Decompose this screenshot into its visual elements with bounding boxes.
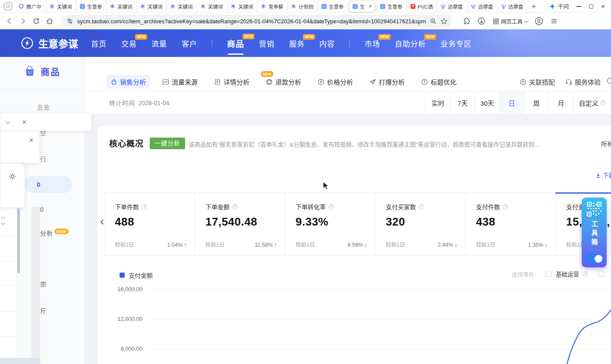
zoom-page-icon[interactable] <box>430 18 437 25</box>
brand-logo[interactable]: 生意参谋 <box>21 36 78 50</box>
browser-tab[interactable]: 竞争解 <box>257 0 287 13</box>
nav-item[interactable]: 商品 NEW <box>227 38 244 49</box>
analysis-tab[interactable]: 流量来源 <box>158 75 202 88</box>
date-range-button[interactable]: 周 <box>524 91 548 114</box>
assistant-button[interactable]: 千问 <box>549 2 569 10</box>
extensions-icon[interactable] <box>463 18 470 25</box>
nav-item[interactable]: 首页 <box>91 38 107 49</box>
browser-tab[interactable]: 达摩盘 <box>467 0 497 13</box>
browser-tab[interactable]: 关键词 <box>136 0 167 13</box>
help-icon[interactable] <box>142 204 147 210</box>
browser-tab[interactable]: 生 <box>349 1 375 12</box>
browser-tab[interactable]: 生意参 <box>376 0 406 13</box>
tab-close-icon[interactable] <box>368 3 372 9</box>
metric-card[interactable]: 下单件数 488 较前1日 1.04% <box>104 193 195 255</box>
date-range-button[interactable]: 7天 <box>450 91 475 114</box>
browser-tab[interactable]: 关键词 <box>167 0 197 13</box>
browser-tab[interactable]: 达摩盘 <box>497 0 527 13</box>
clipped-tool-icon[interactable] <box>607 77 611 84</box>
sidebar-item-partial[interactable]: 斤 <box>40 306 47 315</box>
window-minimize-icon[interactable] <box>576 6 581 7</box>
nav-item[interactable]: 客户 <box>182 38 197 49</box>
metric-card[interactable]: 支付件数 438 较前1日 1.35% <box>465 193 555 255</box>
browser-tab[interactable]: 关键词 <box>46 0 76 13</box>
header-tool[interactable]: 服务体验 <box>565 77 601 86</box>
analysis-tab[interactable]: 销售分析 <box>107 75 150 88</box>
window-close-icon[interactable]: × <box>601 3 605 9</box>
close-icon[interactable]: × <box>29 136 34 144</box>
analysis-tab[interactable]: 标题优化 <box>417 75 460 88</box>
analysis-tab[interactable]: 价格分析 <box>314 75 357 88</box>
analysis-tab[interactable]: 详情分析 <box>210 75 253 88</box>
toolbox-widget[interactable]: 工具箱 <box>582 198 607 267</box>
browser-tab[interactable]: 生意参 <box>76 0 106 13</box>
date-range-button[interactable]: 月 <box>548 91 573 114</box>
metric-card[interactable]: 支付买家数 320 较前1日 2.44% <box>375 193 465 255</box>
date-range-button[interactable]: 日 <box>499 91 524 114</box>
nav-item[interactable] <box>350 39 350 47</box>
analysis-tab[interactable]: 打爆分析 <box>365 75 409 88</box>
help-icon[interactable] <box>328 204 334 210</box>
nav-item[interactable]: 市场 NEW <box>365 38 380 49</box>
site-settings-icon[interactable] <box>66 18 73 25</box>
header-tool[interactable]: 关联搭配 <box>520 77 555 86</box>
gear-icon[interactable] <box>9 173 16 180</box>
help-icon[interactable] <box>419 204 424 210</box>
help-icon[interactable] <box>600 100 606 106</box>
chevron-down-icon[interactable] <box>5 119 10 124</box>
browser-tab[interactable]: 推广中 <box>16 0 46 13</box>
nav-item[interactable]: 交易 NEW <box>121 38 137 49</box>
browser-tab[interactable]: 生意参 <box>318 0 348 13</box>
sidebar-item-partial[interactable]: 宗 <box>40 279 47 288</box>
tab-search-icon[interactable] <box>4 2 12 10</box>
address-bar[interactable]: sycm.taobao.com/cc/item_archives?activeK… <box>61 15 452 28</box>
nav-item[interactable]: 流量 <box>151 38 167 49</box>
bookmark-star-icon[interactable] <box>441 18 447 25</box>
toolbox-toggle[interactable] <box>585 254 604 264</box>
downloads-icon[interactable] <box>478 17 485 25</box>
help-icon[interactable] <box>503 204 508 210</box>
sidebar-item-partial[interactable]: 0 <box>40 206 44 213</box>
browser-menu-icon[interactable] <box>551 18 557 25</box>
nav-item[interactable]: 营销 <box>259 38 274 49</box>
back-icon[interactable] <box>6 17 13 25</box>
help-icon[interactable] <box>583 271 588 277</box>
event-checkbox[interactable] <box>545 271 551 277</box>
browser-tab[interactable]: 达摩盘 <box>437 0 467 13</box>
profile-avatar[interactable] <box>535 17 543 25</box>
browser-tab[interactable]: 关键词 <box>106 0 136 13</box>
more-link[interactable]: 所有 <box>601 139 611 148</box>
web-tools-menu[interactable]: 网页工具 <box>493 17 527 25</box>
metric-card[interactable]: 下单金额 17,540.48 较前1日 11.58% <box>195 193 285 255</box>
metric-card[interactable]: 下单转化率 9.33% 较前1日 8.59% <box>285 193 375 255</box>
forward-icon[interactable] <box>19 17 27 25</box>
nav-item[interactable]: 自助分析 NEW <box>395 38 426 49</box>
browser-tab[interactable]: 计划创 <box>287 0 318 13</box>
help-icon[interactable] <box>232 204 238 210</box>
scroll-chevrons[interactable] <box>2 217 5 225</box>
date-range-button[interactable]: 30天 <box>475 91 499 114</box>
browser-tab[interactable]: 关键词 <box>197 0 227 13</box>
nav-item[interactable]: 内容 <box>319 38 335 49</box>
event-checkbox-2[interactable] <box>598 271 605 277</box>
browser-tab[interactable]: 关键词 <box>227 0 257 13</box>
reload-icon[interactable] <box>32 17 40 25</box>
sidebar-item-active[interactable]: 0 <box>25 176 72 193</box>
cards-prev-arrow[interactable]: ‹ <box>100 216 104 227</box>
nav-item[interactable] <box>212 39 212 47</box>
close-icon[interactable]: × <box>22 118 27 126</box>
sidebar-item-partial[interactable]: 行 <box>40 154 47 163</box>
new-tab-button[interactable]: + <box>532 2 536 11</box>
one-click-analyze-button[interactable]: 一键分析 <box>150 138 185 149</box>
browser-tab[interactable]: PVC透 <box>406 0 437 13</box>
window-maximize-icon[interactable] <box>589 4 593 9</box>
chart-legend[interactable]: 支付金额 <box>120 271 153 279</box>
download-link[interactable]: 下载 <box>595 171 611 179</box>
date-range-button[interactable]: 自定义 <box>573 91 611 114</box>
nav-item[interactable]: 业务专区 <box>441 38 472 49</box>
sidebar-item-partial[interactable]: 分析NEW <box>40 229 69 237</box>
date-range-button[interactable]: 实时 <box>425 91 450 114</box>
scrollbar-thumb[interactable] <box>17 208 20 273</box>
sidebar-item-overview[interactable]: 总览 <box>37 103 50 111</box>
home-icon[interactable] <box>46 17 54 25</box>
